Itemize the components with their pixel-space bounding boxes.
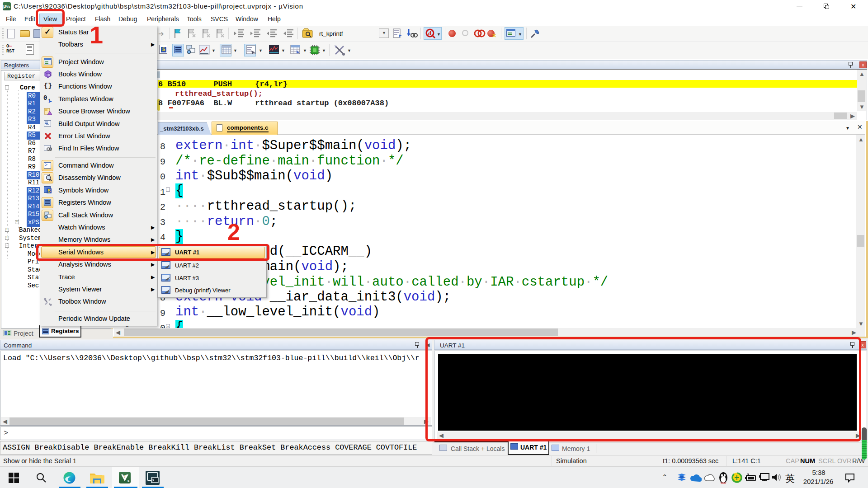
svg-text:d: d [428, 30, 432, 37]
svg-text:s: s [127, 479, 130, 483]
svg-text:µ: µ [123, 473, 126, 478]
